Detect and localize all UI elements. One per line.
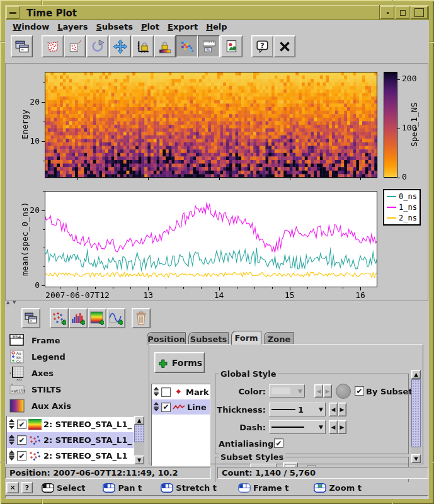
close-button[interactable] — [273, 35, 295, 57]
control-item-stilts[interactable]: >>stilts STILTS — [9, 382, 61, 397]
sketch-mode-button[interactable] — [176, 35, 198, 57]
layer-window-control-button[interactable] — [21, 308, 40, 328]
window-control-button[interactable] — [11, 35, 33, 57]
control-item-frame[interactable]: TITLE Frame — [9, 333, 60, 348]
frame-cut — [42, 0, 42, 5]
frame-icon: TITLE — [9, 333, 25, 348]
scroll-down-icon[interactable]: ▼ — [134, 455, 144, 464]
navigation-help-bar: ✕ ? Select Pan t Stretch t Frame t Zoom … — [5, 481, 428, 495]
dash-next-button[interactable]: ▶ — [338, 420, 346, 434]
form-enabled-checkbox[interactable] — [161, 387, 171, 397]
nav-help-button[interactable]: ? — [21, 482, 33, 493]
window-menu-dash-icon — [9, 12, 16, 14]
color-combobox[interactable]: ▼ — [269, 384, 305, 398]
layer-row-scatter[interactable]: 2: STEREO_STA_L1 — [7, 448, 134, 464]
reorder-updown-icon[interactable] — [8, 419, 15, 430]
menu-plot[interactable]: Plot — [141, 22, 159, 32]
minimize-button[interactable] — [380, 6, 394, 19]
splitter-collapse-up-icon[interactable]: ▲ — [6, 300, 9, 305]
menu-subsets[interactable]: Subsets — [96, 22, 132, 32]
reorder-updown-icon[interactable] — [8, 435, 15, 445]
scroll-up-icon[interactable]: ▲ — [411, 370, 421, 379]
legend-entry: 1_ns — [387, 203, 417, 212]
add-spectrogram-layer-button[interactable] — [88, 308, 106, 328]
menu-window[interactable]: Window — [13, 22, 49, 32]
forms-button[interactable]: Forms — [154, 352, 205, 373]
control-item-legend[interactable]: AaBbCc Legend — [9, 349, 66, 364]
layer-visible-checkbox[interactable] — [17, 435, 26, 445]
nav-hint-select: Select — [42, 483, 85, 493]
color-next-button[interactable]: ▶ — [323, 384, 332, 398]
export-image-icon — [225, 40, 239, 54]
window-title: Time Plot — [26, 8, 77, 19]
maximize-button[interactable] — [411, 6, 428, 19]
form-enabled-checkbox[interactable] — [161, 403, 171, 412]
scroll-down-icon[interactable]: ▼ — [411, 454, 421, 463]
rescale-button[interactable] — [86, 35, 108, 57]
control-item-axes[interactable]: yxxx Axes — [9, 365, 54, 381]
color-picker-button[interactable] — [336, 384, 351, 399]
horizontal-splitter[interactable]: ▲ ▼ — [5, 302, 428, 307]
plot-canvas[interactable] — [6, 64, 429, 302]
frame-cut — [429, 462, 434, 462]
nav-hint-zoom: Zoom t — [314, 483, 362, 493]
title-bar[interactable]: Time Plot — [5, 5, 429, 20]
thickness-combobox[interactable]: 1▼ — [269, 403, 326, 416]
remove-layer-button[interactable] — [132, 308, 151, 328]
add-position-layer-button[interactable] — [50, 308, 69, 328]
legend-label: 1_ns — [399, 203, 417, 212]
nav-close-button[interactable]: ✕ — [6, 482, 19, 493]
axes-icon: yxxx — [9, 365, 25, 381]
toolbar-drag-handle[interactable] — [6, 309, 18, 328]
add-function-layer-button[interactable] — [106, 308, 125, 328]
show-progress-button[interactable]: % — [198, 35, 220, 57]
recenter-button[interactable] — [109, 35, 131, 57]
thickness-next-button[interactable]: ▶ — [338, 403, 346, 416]
draw-subset-box-button[interactable] — [64, 35, 86, 57]
scrollbar-thumb[interactable] — [411, 379, 421, 447]
tab-zone[interactable]: Zone — [264, 332, 294, 345]
by-subset-checkbox[interactable] — [355, 386, 364, 396]
help-button[interactable]: ? — [251, 35, 273, 57]
tab-subsets[interactable]: Subsets — [188, 332, 229, 345]
layer-row-spectrogram[interactable]: 2: STEREO_STA_L1_ — [7, 416, 134, 432]
lock-axes-button[interactable] — [132, 35, 154, 57]
color-prev-button[interactable]: ◀ — [314, 384, 323, 398]
lock-aux-range-button[interactable] — [154, 35, 176, 57]
reorder-updown-icon[interactable] — [153, 387, 159, 397]
antialiasing-checkbox[interactable] — [274, 438, 283, 448]
add-function-layer-icon — [109, 311, 123, 325]
menu-help[interactable]: Help — [206, 22, 227, 32]
reorder-updown-icon[interactable] — [153, 402, 159, 412]
legend-label: 2_ns — [399, 214, 417, 222]
menu-export[interactable]: Export — [168, 22, 198, 32]
dash-prev-button[interactable]: ◀ — [329, 420, 338, 434]
layer-row-scatter[interactable]: 2: STEREO_STA_L1_ — [7, 432, 134, 448]
thickness-prev-button[interactable]: ◀ — [329, 403, 338, 416]
window-menu-button[interactable] — [6, 6, 20, 19]
maximize-square-icon — [414, 8, 424, 17]
scrollbar-thumb[interactable] — [134, 425, 144, 442]
splitter-collapse-down-icon[interactable]: ▼ — [13, 300, 16, 305]
style-panel-scrollbar[interactable]: ▲ ▼ — [411, 370, 421, 463]
tab-position[interactable]: Position — [147, 332, 186, 345]
restore-button[interactable] — [396, 6, 409, 19]
tab-form[interactable]: Form — [231, 331, 261, 345]
layer-visible-checkbox[interactable] — [17, 451, 26, 461]
menu-layers[interactable]: Layers — [57, 22, 88, 32]
mark-form-icon — [173, 388, 184, 396]
scroll-up-icon[interactable]: ▲ — [134, 416, 144, 425]
form-row-line[interactable]: Line — [152, 399, 210, 415]
form-tab-panel: Forms Mark Line Global Style — [149, 344, 423, 464]
reorder-updown-icon[interactable] — [8, 450, 15, 461]
form-row-mark[interactable]: Mark — [152, 384, 210, 399]
dash-combobox[interactable]: ▼ — [269, 420, 326, 434]
add-histogram-layer-button[interactable] — [69, 308, 88, 328]
control-item-aux-axis[interactable]: Aux Axis — [9, 398, 71, 413]
layer-visible-checkbox[interactable] — [17, 420, 26, 429]
svg-text:y: y — [9, 370, 11, 375]
draw-subset-blob-button[interactable] — [42, 35, 64, 57]
export-image-button[interactable] — [220, 35, 243, 57]
layer-list-scrollbar[interactable]: ▲ ▼ — [134, 416, 144, 464]
rescale-icon — [91, 40, 105, 54]
